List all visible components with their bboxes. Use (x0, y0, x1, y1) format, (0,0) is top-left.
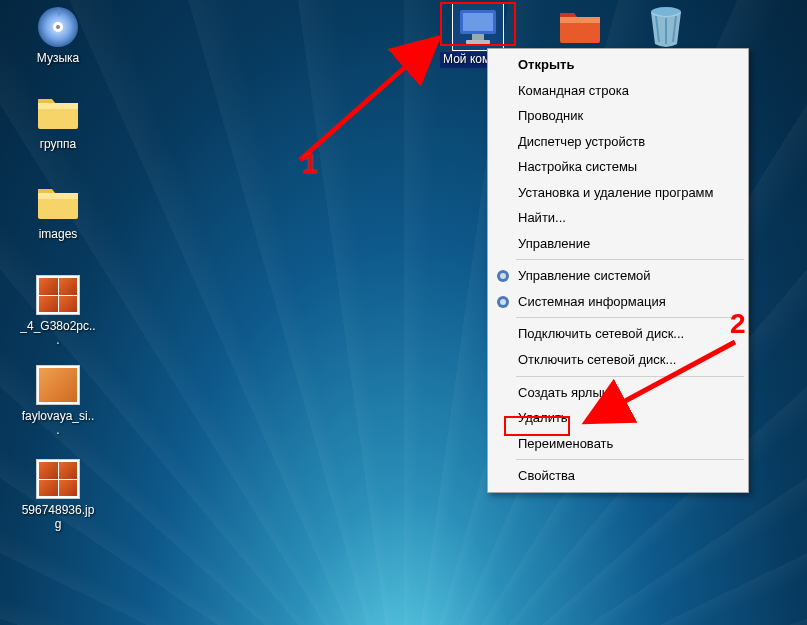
context-menu-item[interactable]: Открыть (490, 52, 746, 78)
context-menu-item[interactable]: Проводник (490, 103, 746, 129)
gear-icon (495, 268, 511, 284)
context-menu-item-label: Системная информация (518, 294, 666, 309)
context-menu-item-label: Отключить сетевой диск... (518, 352, 676, 367)
recycle-icon (641, 4, 691, 50)
context-menu-item-label: Подключить сетевой диск... (518, 326, 684, 341)
desktop-icon-recycle[interactable] (626, 4, 706, 50)
cd-icon (33, 4, 83, 50)
svg-rect-4 (38, 103, 78, 109)
context-menu-item-label: Настройка системы (518, 159, 637, 174)
svg-point-15 (500, 273, 506, 279)
context-menu-item-label: Свойства (518, 468, 575, 483)
context-menu-item[interactable]: Удалить (490, 405, 746, 431)
context-menu-item[interactable]: Переименовать (490, 431, 746, 457)
svg-point-2 (56, 25, 60, 29)
context-menu-item-label: Создать ярлык (518, 385, 607, 400)
context-menu: ОткрытьКомандная строкаПроводникДиспетче… (487, 48, 749, 493)
desktop-icon-fayl[interactable]: faylovaya_si... (18, 362, 98, 438)
monitor-icon (453, 4, 503, 50)
context-menu-item-label: Проводник (518, 108, 583, 123)
context-menu-item-label: Переименовать (518, 436, 613, 451)
desktop-icon-label: 596748936.jpg (18, 504, 98, 532)
svg-rect-8 (463, 13, 493, 31)
context-menu-separator (516, 259, 744, 260)
svg-rect-9 (472, 34, 484, 40)
context-menu-item-label: Удалить (518, 410, 568, 425)
context-menu-separator (516, 376, 744, 377)
desktop-icon-label: _4_G38o2pc... (18, 320, 98, 348)
context-menu-item-label: Управление (518, 236, 590, 251)
desktop-icon-music[interactable]: Музыка (18, 4, 98, 66)
redfolder-icon (555, 4, 605, 50)
thumb1-icon (33, 362, 83, 408)
svg-rect-6 (38, 193, 78, 199)
folder-icon (33, 180, 83, 226)
context-menu-item[interactable]: Командная строка (490, 78, 746, 104)
context-menu-separator (516, 459, 744, 460)
context-menu-item[interactable]: Создать ярлык (490, 380, 746, 406)
svg-rect-10 (466, 40, 490, 44)
thumb4-icon (33, 456, 83, 502)
context-menu-item[interactable]: Системная информация (490, 289, 746, 315)
folder-icon (33, 90, 83, 136)
desktop-icon-label: faylovaya_si... (18, 410, 98, 438)
context-menu-item[interactable]: Диспетчер устройств (490, 129, 746, 155)
desktop-icon-images[interactable]: images (18, 180, 98, 242)
context-menu-item-label: Найти... (518, 210, 566, 225)
desktop-icon-g38[interactable]: _4_G38o2pc... (18, 272, 98, 348)
context-menu-item[interactable]: Подключить сетевой диск... (490, 321, 746, 347)
context-menu-item-label: Открыть (518, 57, 574, 72)
desktop-icon-group[interactable]: группа (18, 90, 98, 152)
context-menu-item-label: Установка и удаление программ (518, 185, 714, 200)
context-menu-item-label: Диспетчер устройств (518, 134, 645, 149)
context-menu-item[interactable]: Найти... (490, 205, 746, 231)
context-menu-item[interactable]: Свойства (490, 463, 746, 489)
context-menu-item-label: Командная строка (518, 83, 629, 98)
desktop-icon-label: images (37, 228, 80, 242)
desktop-icon-label: Музыка (35, 52, 81, 66)
desktop-icon-num[interactable]: 596748936.jpg (18, 456, 98, 532)
svg-point-17 (500, 299, 506, 305)
context-menu-separator (516, 317, 744, 318)
context-menu-item[interactable]: Установка и удаление программ (490, 180, 746, 206)
context-menu-item[interactable]: Управление системой (490, 263, 746, 289)
gear-icon (495, 294, 511, 310)
context-menu-item-label: Управление системой (518, 268, 651, 283)
svg-rect-12 (560, 17, 600, 23)
context-menu-item[interactable]: Настройка системы (490, 154, 746, 180)
desktop-icon-redfolder[interactable] (540, 4, 620, 50)
context-menu-item[interactable]: Отключить сетевой диск... (490, 347, 746, 373)
thumb4-icon (33, 272, 83, 318)
desktop-icon-label: группа (38, 138, 79, 152)
context-menu-item[interactable]: Управление (490, 231, 746, 257)
